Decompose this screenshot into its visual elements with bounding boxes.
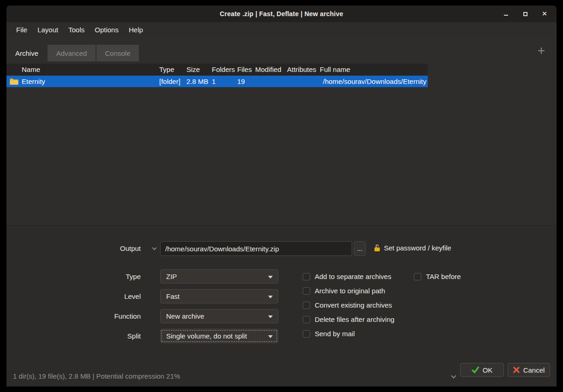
maximize-icon <box>523 12 527 16</box>
column-size[interactable]: Size <box>186 64 200 76</box>
checkbox-label: Send by mail <box>315 330 355 338</box>
folder-icon <box>10 78 18 85</box>
check-icon <box>472 367 479 373</box>
cell-files: 19 <box>237 76 245 87</box>
peazip-create-archive-window: Create .zip | Fast, Deflate | New archiv… <box>6 6 557 386</box>
window-title: Create .zip | Fast, Deflate | New archiv… <box>220 10 343 18</box>
menu-layout[interactable]: Layout <box>32 24 63 36</box>
checkbox-box <box>303 316 310 323</box>
split-label: Split <box>76 332 141 341</box>
column-name[interactable]: Name <box>22 64 40 76</box>
column-files[interactable]: Files <box>237 64 252 76</box>
column-modified[interactable]: Modified <box>255 64 282 76</box>
type-dropdown[interactable]: ZIP <box>160 269 278 284</box>
minimize-icon <box>504 15 508 16</box>
checkbox-send-by-mail[interactable]: Send by mail <box>303 330 355 338</box>
tab-console[interactable]: Console <box>96 45 139 61</box>
menu-help[interactable]: Help <box>124 24 148 36</box>
set-password-button[interactable]: Set password / keyfile <box>374 244 451 252</box>
cross-icon <box>513 367 520 373</box>
function-dropdown-value: New archive <box>166 312 204 320</box>
checkbox-convert-existing-archives[interactable]: Convert existing archives <box>303 301 392 309</box>
checkbox-add-to-separate-archives[interactable]: Add to separate archives <box>303 273 391 280</box>
checkbox-box <box>303 273 310 280</box>
level-dropdown-value: Fast <box>166 292 180 300</box>
status-summary: 1 dir(s), 19 file(s), 2.8 MB | Potential… <box>13 372 180 380</box>
level-label: Level <box>76 292 141 301</box>
type-dropdown-value: ZIP <box>166 273 177 280</box>
maximize-button[interactable] <box>521 10 529 18</box>
window-controls: × <box>502 6 548 22</box>
function-label: Function <box>76 312 141 321</box>
cell-folders: 1 <box>212 76 216 87</box>
ok-button[interactable]: OK <box>460 363 504 377</box>
chevron-down-icon <box>268 335 273 338</box>
output-path-input[interactable] <box>160 241 352 256</box>
checkbox-archive-to-original-path[interactable]: Archive to original path <box>303 287 385 295</box>
window-titlebar[interactable]: Create .zip | Fast, Deflate | New archiv… <box>6 6 557 22</box>
checkbox-label: Delete files after archiving <box>315 315 395 323</box>
table-row[interactable]: Eternity [folder] 2.8 MB 1 19 /home/sour… <box>6 76 428 87</box>
tab-advanced[interactable]: Advanced <box>48 45 96 61</box>
cell-type: [folder] <box>159 76 180 87</box>
archive-options-panel: Output ... Set password / keyfile Type Z… <box>6 225 557 386</box>
split-dropdown-value: Single volume, do not split <box>166 332 247 340</box>
output-label: Output <box>76 244 141 253</box>
column-attributes[interactable]: Attributes <box>287 64 316 76</box>
cancel-label: Cancel <box>523 366 545 374</box>
menubar: File Layout Tools Options Help <box>6 22 557 37</box>
cell-size: 2.8 MB <box>186 76 209 87</box>
browse-button[interactable]: ... <box>354 241 365 256</box>
checkbox-box <box>414 273 421 280</box>
chevron-down-icon <box>268 315 273 318</box>
checkbox-label: Archive to original path <box>315 287 385 295</box>
lock-open-icon <box>374 244 381 252</box>
type-label: Type <box>76 272 141 281</box>
close-icon: × <box>542 10 547 18</box>
checkbox-label: Convert existing archives <box>315 301 392 309</box>
checkbox-box <box>303 330 310 338</box>
tab-bar: Archive Advanced Console <box>7 45 139 61</box>
close-button[interactable]: × <box>541 10 548 18</box>
checkbox-label: Add to separate archives <box>315 273 391 280</box>
cancel-button[interactable]: Cancel <box>508 363 550 377</box>
menu-options[interactable]: Options <box>90 24 124 36</box>
column-folders[interactable]: Folders <box>212 64 235 76</box>
menu-file[interactable]: File <box>11 24 32 36</box>
file-list-header: Name Type Size Folders Files Modified At… <box>6 64 428 76</box>
menu-tools[interactable]: Tools <box>63 24 90 36</box>
status-chevron-down-icon[interactable] <box>451 373 456 378</box>
set-password-label: Set password / keyfile <box>384 244 451 252</box>
chevron-down-icon <box>268 276 273 279</box>
minimize-button[interactable] <box>502 10 509 18</box>
output-chevron-down-icon[interactable] <box>152 246 157 250</box>
cell-full-name: /home/sourav/Downloads/Eternity <box>323 76 426 87</box>
chevron-down-icon <box>268 296 273 298</box>
tab-archive[interactable]: Archive <box>7 45 47 61</box>
checkbox-label: TAR before <box>426 273 461 280</box>
checkbox-delete-files-after-archiving[interactable]: Delete files after archiving <box>303 315 395 323</box>
level-dropdown[interactable]: Fast <box>160 289 278 303</box>
add-tab-icon[interactable]: + <box>538 44 545 57</box>
split-dropdown[interactable]: Single volume, do not split <box>160 329 278 343</box>
column-type[interactable]: Type <box>159 64 174 76</box>
column-full-name[interactable]: Full name <box>320 64 350 76</box>
screen: Create .zip | Fast, Deflate | New archiv… <box>0 0 563 392</box>
function-dropdown[interactable]: New archive <box>160 309 278 323</box>
checkbox-box <box>303 302 310 309</box>
cell-name: Eternity <box>22 76 45 87</box>
checkbox-tar-before[interactable]: TAR before <box>414 273 461 280</box>
ok-label: OK <box>483 366 493 374</box>
checkbox-box <box>303 287 310 295</box>
